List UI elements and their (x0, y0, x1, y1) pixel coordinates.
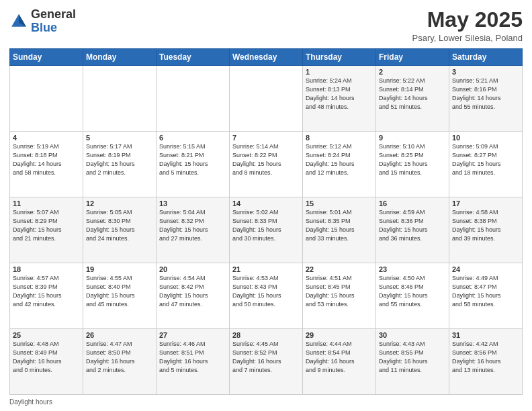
day-info: Sunrise: 4:47 AM Sunset: 8:50 PM Dayligh… (86, 340, 153, 375)
day-info: Sunrise: 4:43 AM Sunset: 8:55 PM Dayligh… (379, 340, 446, 375)
day-info: Sunrise: 5:24 AM Sunset: 8:13 PM Dayligh… (306, 77, 373, 111)
day-cell (10, 66, 83, 132)
day-info: Sunrise: 4:46 AM Sunset: 8:51 PM Dayligh… (159, 340, 226, 375)
day-number: 7 (232, 134, 300, 142)
day-cell: 10Sunrise: 5:09 AM Sunset: 8:27 PM Dayli… (449, 132, 523, 197)
day-cell (157, 66, 230, 132)
day-number: 9 (379, 134, 446, 142)
day-info: Sunrise: 5:02 AM Sunset: 8:33 PM Dayligh… (232, 208, 300, 243)
day-info: Sunrise: 4:54 AM Sunset: 8:42 PM Dayligh… (159, 274, 226, 309)
day-cell: 7Sunrise: 5:14 AM Sunset: 8:22 PM Daylig… (230, 132, 303, 197)
day-info: Sunrise: 4:44 AM Sunset: 8:54 PM Dayligh… (306, 340, 373, 375)
day-number: 27 (159, 331, 226, 339)
day-info: Sunrise: 4:58 AM Sunset: 8:38 PM Dayligh… (452, 208, 519, 243)
day-number: 19 (86, 265, 153, 273)
logo: General Blue (9, 8, 76, 35)
week-row-1: 1Sunrise: 5:24 AM Sunset: 8:13 PM Daylig… (10, 66, 523, 132)
day-cell: 9Sunrise: 5:10 AM Sunset: 8:25 PM Daylig… (376, 132, 449, 197)
day-info: Sunrise: 5:22 AM Sunset: 8:14 PM Dayligh… (379, 77, 446, 111)
day-info: Sunrise: 5:07 AM Sunset: 8:29 PM Dayligh… (13, 208, 80, 243)
day-info: Sunrise: 4:48 AM Sunset: 8:49 PM Dayligh… (13, 340, 80, 375)
day-info: Sunrise: 4:49 AM Sunset: 8:47 PM Dayligh… (452, 274, 519, 309)
month-title: May 2025 (412, 8, 523, 32)
day-cell: 21Sunrise: 4:53 AM Sunset: 8:43 PM Dayli… (230, 263, 303, 329)
day-info: Sunrise: 4:53 AM Sunset: 8:43 PM Dayligh… (232, 274, 300, 309)
col-thursday: Thursday (303, 49, 376, 66)
week-row-2: 4Sunrise: 5:19 AM Sunset: 8:18 PM Daylig… (10, 132, 523, 197)
day-number: 30 (379, 331, 446, 339)
col-saturday: Saturday (449, 49, 523, 66)
day-cell: 17Sunrise: 4:58 AM Sunset: 8:38 PM Dayli… (449, 197, 523, 263)
day-info: Sunrise: 4:42 AM Sunset: 8:56 PM Dayligh… (452, 340, 519, 375)
day-info: Sunrise: 5:17 AM Sunset: 8:19 PM Dayligh… (86, 142, 153, 177)
day-cell (230, 66, 303, 132)
day-cell: 14Sunrise: 5:02 AM Sunset: 8:33 PM Dayli… (230, 197, 303, 263)
day-info: Sunrise: 5:09 AM Sunset: 8:27 PM Dayligh… (452, 142, 519, 177)
day-cell: 22Sunrise: 4:51 AM Sunset: 8:45 PM Dayli… (303, 263, 376, 329)
day-info: Sunrise: 5:19 AM Sunset: 8:18 PM Dayligh… (13, 142, 80, 177)
day-number: 18 (13, 265, 80, 273)
day-number: 17 (452, 199, 519, 208)
day-info: Sunrise: 4:45 AM Sunset: 8:52 PM Dayligh… (232, 340, 300, 375)
day-number: 16 (379, 199, 446, 208)
col-friday: Friday (376, 49, 449, 66)
week-row-4: 18Sunrise: 4:57 AM Sunset: 8:39 PM Dayli… (10, 263, 523, 329)
day-cell: 27Sunrise: 4:46 AM Sunset: 8:51 PM Dayli… (157, 329, 230, 395)
day-number: 14 (232, 199, 300, 208)
day-number: 12 (86, 199, 153, 208)
day-cell: 15Sunrise: 5:01 AM Sunset: 8:35 PM Dayli… (303, 197, 376, 263)
day-number: 24 (452, 265, 519, 273)
day-cell: 12Sunrise: 5:05 AM Sunset: 8:30 PM Dayli… (83, 197, 157, 263)
day-number: 29 (306, 331, 373, 339)
week-row-5: 25Sunrise: 4:48 AM Sunset: 8:49 PM Dayli… (10, 329, 523, 395)
day-number: 6 (159, 134, 226, 142)
day-cell: 26Sunrise: 4:47 AM Sunset: 8:50 PM Dayli… (83, 329, 157, 395)
logo-general: General (31, 7, 76, 21)
day-cell: 3Sunrise: 5:21 AM Sunset: 8:16 PM Daylig… (449, 66, 523, 132)
day-info: Sunrise: 5:04 AM Sunset: 8:32 PM Dayligh… (159, 208, 226, 243)
day-cell: 5Sunrise: 5:17 AM Sunset: 8:19 PM Daylig… (83, 132, 157, 197)
day-number: 3 (452, 68, 519, 76)
day-info: Sunrise: 5:21 AM Sunset: 8:16 PM Dayligh… (452, 77, 519, 111)
day-number: 26 (86, 331, 153, 339)
page: General Blue May 2025 Psary, Lower Siles… (0, 0, 532, 411)
day-info: Sunrise: 4:57 AM Sunset: 8:39 PM Dayligh… (13, 274, 80, 309)
day-info: Sunrise: 4:51 AM Sunset: 8:45 PM Dayligh… (306, 274, 373, 309)
day-cell: 19Sunrise: 4:55 AM Sunset: 8:40 PM Dayli… (83, 263, 157, 329)
day-cell: 24Sunrise: 4:49 AM Sunset: 8:47 PM Dayli… (449, 263, 523, 329)
day-info: Sunrise: 4:55 AM Sunset: 8:40 PM Dayligh… (86, 274, 153, 309)
day-number: 15 (306, 199, 373, 208)
footer-text: Daylight hours (9, 398, 52, 406)
day-number: 20 (159, 265, 226, 273)
day-info: Sunrise: 5:10 AM Sunset: 8:25 PM Dayligh… (379, 142, 446, 177)
day-info: Sunrise: 5:15 AM Sunset: 8:21 PM Dayligh… (159, 142, 226, 177)
day-cell: 30Sunrise: 4:43 AM Sunset: 8:55 PM Dayli… (376, 329, 449, 395)
col-tuesday: Tuesday (157, 49, 230, 66)
day-cell: 25Sunrise: 4:48 AM Sunset: 8:49 PM Dayli… (10, 329, 83, 395)
day-number: 10 (452, 134, 519, 142)
day-number: 21 (232, 265, 300, 273)
day-cell: 11Sunrise: 5:07 AM Sunset: 8:29 PM Dayli… (10, 197, 83, 263)
header: General Blue May 2025 Psary, Lower Siles… (9, 8, 523, 43)
day-number: 4 (13, 134, 80, 142)
day-cell (83, 66, 157, 132)
day-cell: 8Sunrise: 5:12 AM Sunset: 8:24 PM Daylig… (303, 132, 376, 197)
day-number: 22 (306, 265, 373, 273)
day-info: Sunrise: 4:59 AM Sunset: 8:36 PM Dayligh… (379, 208, 446, 243)
day-info: Sunrise: 5:01 AM Sunset: 8:35 PM Dayligh… (306, 208, 373, 243)
day-cell: 2Sunrise: 5:22 AM Sunset: 8:14 PM Daylig… (376, 66, 449, 132)
location-subtitle: Psary, Lower Silesia, Poland (412, 33, 523, 43)
calendar-table: Sunday Monday Tuesday Wednesday Thursday… (9, 48, 523, 395)
day-number: 8 (306, 134, 373, 142)
day-info: Sunrise: 5:12 AM Sunset: 8:24 PM Dayligh… (306, 142, 373, 177)
col-sunday: Sunday (10, 49, 83, 66)
day-number: 25 (13, 331, 80, 339)
header-row: Sunday Monday Tuesday Wednesday Thursday… (10, 49, 523, 66)
day-number: 23 (379, 265, 446, 273)
col-monday: Monday (83, 49, 157, 66)
day-cell: 18Sunrise: 4:57 AM Sunset: 8:39 PM Dayli… (10, 263, 83, 329)
day-info: Sunrise: 5:05 AM Sunset: 8:30 PM Dayligh… (86, 208, 153, 243)
day-cell: 28Sunrise: 4:45 AM Sunset: 8:52 PM Dayli… (230, 329, 303, 395)
footer: Daylight hours (9, 398, 523, 406)
day-cell: 6Sunrise: 5:15 AM Sunset: 8:21 PM Daylig… (157, 132, 230, 197)
